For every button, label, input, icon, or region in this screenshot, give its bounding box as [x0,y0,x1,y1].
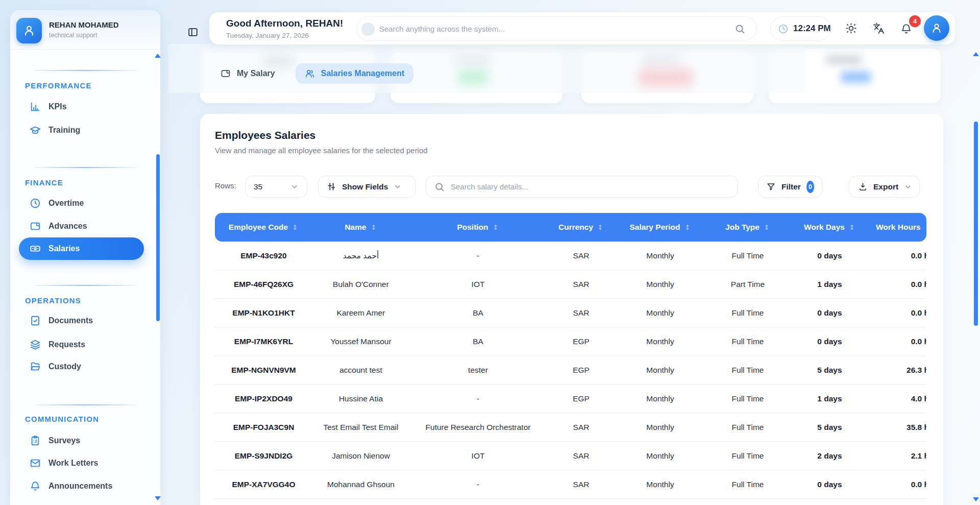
search-leading-circle [361,22,375,36]
global-search-input[interactable] [379,17,731,40]
header: Good Afternoon, REHAN! Tuesday, January … [209,12,955,44]
file-check-icon [30,315,41,326]
table-cell: - [409,242,547,270]
column-header[interactable]: Work Days [791,213,869,242]
table-cell: 2 days [791,442,869,470]
table-row[interactable]: EMP-IP2XDO49Hussine Atia-EGPMonthlyFull … [215,384,926,413]
table-row[interactable]: EMP-I7MK6YRLYoussef MansourBAEGPMonthlyF… [215,327,926,356]
search-icon [434,182,445,192]
show-fields-button[interactable]: Show Fields [318,176,416,198]
theme-toggle-button[interactable] [845,22,857,34]
table-cell: 0.0 h [869,270,926,298]
table-row[interactable]: EMP-N1KO1HKTKareem AmerBASARMonthlyFull … [215,299,926,327]
column-header[interactable]: Salary Period [616,213,705,242]
column-header[interactable]: Employee Code [215,213,312,242]
page-scrollbar-thumb[interactable] [974,122,978,326]
sidebar-item-salaries[interactable]: Salaries [19,237,144,260]
stat-blur-value-blue [841,71,871,83]
tab-salaries-management[interactable]: Salaries Management [296,63,414,84]
column-header[interactable]: Currency [547,213,616,242]
table-cell: account test [312,356,409,384]
table-cell: Test Email Test Email [312,413,409,441]
section-label-communication: COMMUNICATION [25,415,99,423]
table-cell: 0 days [791,470,869,498]
user-avatar [16,18,42,43]
global-search [356,16,757,41]
table-cell: Monthly [616,299,705,327]
table-cell: 0 days [791,299,869,327]
table-cell: Full Time [705,470,791,498]
section-label-finance: FINANCE [25,178,63,187]
column-header[interactable]: Position [409,213,547,242]
sticky-tab-bar: My Salary Salaries Management [168,44,805,93]
section-label-performance: PERFORMANCE [25,81,92,90]
download-icon [858,182,868,191]
table-cell: Youssef Mansour [312,327,409,355]
table-cell: أحمد محمد [312,242,409,270]
filter-button[interactable]: Filter 0 [758,176,822,198]
column-header[interactable]: Work Hours [869,213,926,242]
person-icon [930,22,943,34]
chevron-down-icon [394,183,402,191]
table-row[interactable]: EMP-46FQ26XGBulah O'ConnerIOTSARMonthlyP… [215,270,926,299]
column-header[interactable]: Name [312,213,409,242]
wallet-icon [30,221,41,232]
rows-per-page-select[interactable]: 35 [245,176,307,198]
clipboard-icon [30,435,41,446]
page-scroll-up-icon[interactable] [973,52,979,56]
table-cell: Monthly [616,242,705,270]
column-header[interactable]: Job Type [705,213,791,242]
table-cell: Jamison Nienow [312,442,409,470]
sidebar-item-work-letters[interactable]: Work Letters [19,452,144,474]
table-row[interactable]: EMP-FOJA3C9NTest Email Test EmailFuture … [215,413,926,442]
sidebar-item-kpis[interactable]: KPIs [19,95,144,118]
sidebar-item-requests[interactable]: Requests [19,333,144,356]
sidebar-item-documents[interactable]: Documents [19,309,144,332]
sidebar-item-advances[interactable]: Advances [19,215,144,237]
sidebar-item-overtime[interactable]: Overtime [19,192,144,214]
table-cell: Full Time [705,327,791,355]
sidebar-item-announcements[interactable]: Announcements [19,475,144,497]
table-cell: 4.0 h [869,384,926,413]
rows-label: Rows: [215,181,236,190]
table-cell: 2.1 h [869,442,926,470]
sidebar-scrollbar-thumb[interactable] [156,154,160,321]
table-cell: EMP-I7MK6YRL [215,327,312,355]
wallet-icon [220,68,231,79]
table-cell: Monthly [616,327,705,355]
search-icon[interactable] [734,23,745,34]
sidebar-toggle-button[interactable] [187,27,200,39]
table-row[interactable]: EMP-XA7VGG4OMohannad Ghsoun-SARMonthlyFu… [215,470,926,499]
table-search-input[interactable] [451,177,726,196]
users-icon [305,68,315,79]
table-cell: SAR [547,413,616,441]
sidebar-scroll-up-icon[interactable] [155,54,161,58]
sidebar-item-surveys[interactable]: Surveys [19,429,144,452]
profile-menu-button[interactable] [924,15,949,41]
clock-widget: 12:24 PM [770,16,831,41]
chevron-down-icon [290,183,299,191]
table-row[interactable]: EMP-S9JNDI2GJamison NienowIOTSARMonthlyF… [215,442,926,470]
table-row[interactable]: EMP-NGNVN9VMaccount testtesterEGPMonthly… [215,356,926,384]
sidebar-item-training[interactable]: Training [19,119,144,141]
user-profile-card[interactable]: REHAN MOHAMED technical support [10,10,160,50]
page-scroll-down-icon[interactable] [973,497,979,501]
sidebar-scroll-down-icon[interactable] [155,496,161,500]
user-name: REHAN MOHAMED [49,20,119,29]
layers-icon [30,339,41,350]
folder-open-icon [30,361,41,372]
table-cell: Kareem Amer [312,299,409,327]
table-row[interactable]: EMP-43c920أحمد محمد-SARMonthlyFull Time0… [215,242,926,270]
export-button[interactable]: Export [849,176,920,198]
tab-my-salary[interactable]: My Salary [211,63,284,84]
table-cell: Full Time [705,299,791,327]
sort-icon [492,224,499,231]
table-cell: SAR [547,442,616,470]
sidebar-item-custody[interactable]: Custody [19,355,144,378]
table-cell: SAR [547,470,616,498]
table-cell: tester [409,356,547,384]
table-cell: Monthly [616,384,705,413]
language-toggle-button[interactable] [873,22,885,34]
table-cell: 26.3 h [869,356,926,384]
page-title: Employees Salaries [215,129,315,141]
